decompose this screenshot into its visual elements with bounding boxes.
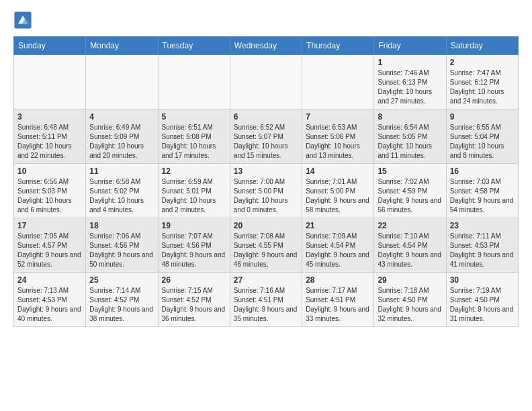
day-number: 14 (306, 167, 370, 176)
day-info: Sunrise: 6:58 AM Sunset: 5:02 PM Dayligh… (89, 177, 154, 215)
day-info: Sunrise: 6:49 AM Sunset: 5:09 PM Dayligh… (89, 123, 154, 161)
day-info: Sunrise: 6:48 AM Sunset: 5:11 PM Dayligh… (17, 123, 82, 161)
calendar-cell: 10Sunrise: 6:56 AM Sunset: 5:03 PM Dayli… (14, 164, 86, 218)
calendar-cell: 22Sunrise: 7:10 AM Sunset: 4:54 PM Dayli… (374, 218, 446, 273)
day-number: 17 (17, 221, 82, 230)
day-number: 7 (306, 112, 370, 122)
day-info: Sunrise: 7:01 AM Sunset: 5:00 PM Dayligh… (306, 177, 370, 215)
calendar-cell: 9Sunrise: 6:55 AM Sunset: 5:04 PM Daylig… (446, 109, 518, 164)
calendar-cell: 29Sunrise: 7:18 AM Sunset: 4:50 PM Dayli… (374, 273, 446, 327)
calendar-cell: 26Sunrise: 7:15 AM Sunset: 4:52 PM Dayli… (158, 273, 230, 327)
calendar-cell (86, 55, 158, 109)
day-info: Sunrise: 7:09 AM Sunset: 4:54 PM Dayligh… (306, 232, 370, 269)
calendar-cell: 21Sunrise: 7:09 AM Sunset: 4:54 PM Dayli… (302, 218, 374, 273)
week-row-4: 17Sunrise: 7:05 AM Sunset: 4:57 PM Dayli… (14, 218, 519, 273)
day-number: 8 (378, 112, 442, 122)
calendar-cell (230, 55, 302, 109)
calendar-cell: 1Sunrise: 7:46 AM Sunset: 6:13 PM Daylig… (374, 55, 446, 109)
calendar-cell: 4Sunrise: 6:49 AM Sunset: 5:09 PM Daylig… (86, 109, 158, 164)
weekday-header-saturday: Saturday (446, 37, 518, 55)
day-info: Sunrise: 7:47 AM Sunset: 6:12 PM Dayligh… (450, 68, 515, 106)
calendar-body: 1Sunrise: 7:46 AM Sunset: 6:13 PM Daylig… (14, 55, 519, 327)
calendar-cell: 3Sunrise: 6:48 AM Sunset: 5:11 PM Daylig… (14, 109, 86, 164)
day-number: 28 (306, 275, 370, 285)
calendar-cell: 7Sunrise: 6:53 AM Sunset: 5:06 PM Daylig… (302, 109, 374, 164)
day-info: Sunrise: 7:15 AM Sunset: 4:52 PM Dayligh… (162, 286, 226, 324)
calendar-cell: 30Sunrise: 7:19 AM Sunset: 4:50 PM Dayli… (446, 273, 518, 327)
calendar-cell: 13Sunrise: 7:00 AM Sunset: 5:00 PM Dayli… (230, 164, 302, 218)
calendar-cell (302, 55, 374, 109)
week-row-5: 24Sunrise: 7:13 AM Sunset: 4:53 PM Dayli… (14, 273, 519, 327)
calendar-cell: 2Sunrise: 7:47 AM Sunset: 6:12 PM Daylig… (446, 55, 518, 109)
weekday-header-friday: Friday (374, 37, 446, 55)
header (13, 11, 519, 30)
day-info: Sunrise: 7:17 AM Sunset: 4:51 PM Dayligh… (306, 286, 370, 324)
day-number: 11 (89, 167, 154, 176)
day-info: Sunrise: 7:19 AM Sunset: 4:50 PM Dayligh… (450, 286, 515, 324)
day-info: Sunrise: 7:08 AM Sunset: 4:55 PM Dayligh… (234, 232, 298, 269)
day-info: Sunrise: 7:11 AM Sunset: 4:53 PM Dayligh… (450, 232, 515, 269)
day-info: Sunrise: 7:10 AM Sunset: 4:54 PM Dayligh… (378, 232, 442, 269)
calendar-cell: 18Sunrise: 7:06 AM Sunset: 4:56 PM Dayli… (86, 218, 158, 273)
calendar-cell: 6Sunrise: 6:52 AM Sunset: 5:07 PM Daylig… (230, 109, 302, 164)
day-number: 22 (378, 221, 442, 230)
day-number: 4 (89, 112, 154, 122)
calendar-cell (14, 55, 86, 109)
day-number: 13 (234, 167, 298, 176)
weekday-header-monday: Monday (86, 37, 158, 55)
day-info: Sunrise: 6:56 AM Sunset: 5:03 PM Dayligh… (17, 177, 82, 215)
day-info: Sunrise: 7:16 AM Sunset: 4:51 PM Dayligh… (234, 286, 298, 324)
day-number: 9 (450, 112, 515, 122)
calendar-cell: 17Sunrise: 7:05 AM Sunset: 4:57 PM Dayli… (14, 218, 86, 273)
calendar-cell: 23Sunrise: 7:11 AM Sunset: 4:53 PM Dayli… (446, 218, 518, 273)
day-info: Sunrise: 6:54 AM Sunset: 5:05 PM Dayligh… (378, 123, 442, 161)
day-number: 15 (378, 167, 442, 176)
day-number: 24 (17, 275, 82, 285)
day-info: Sunrise: 7:00 AM Sunset: 5:00 PM Dayligh… (234, 177, 298, 215)
weekday-header-thursday: Thursday (302, 37, 374, 55)
calendar-cell: 12Sunrise: 6:59 AM Sunset: 5:01 PM Dayli… (158, 164, 230, 218)
calendar-cell: 25Sunrise: 7:14 AM Sunset: 4:52 PM Dayli… (86, 273, 158, 327)
day-number: 16 (450, 167, 515, 176)
weekday-header-sunday: Sunday (14, 37, 86, 55)
day-number: 27 (234, 275, 298, 285)
calendar-cell: 27Sunrise: 7:16 AM Sunset: 4:51 PM Dayli… (230, 273, 302, 327)
day-info: Sunrise: 7:02 AM Sunset: 4:59 PM Dayligh… (378, 177, 442, 215)
calendar-cell: 19Sunrise: 7:07 AM Sunset: 4:56 PM Dayli… (158, 218, 230, 273)
day-number: 21 (306, 221, 370, 230)
calendar-cell: 15Sunrise: 7:02 AM Sunset: 4:59 PM Dayli… (374, 164, 446, 218)
day-number: 2 (450, 58, 515, 67)
day-number: 10 (17, 167, 82, 176)
calendar-cell: 24Sunrise: 7:13 AM Sunset: 4:53 PM Dayli… (14, 273, 86, 327)
day-number: 29 (378, 275, 442, 285)
day-number: 23 (450, 221, 515, 230)
weekday-row: SundayMondayTuesdayWednesdayThursdayFrid… (14, 37, 519, 55)
day-number: 3 (17, 112, 82, 122)
day-number: 18 (89, 221, 154, 230)
calendar-cell: 11Sunrise: 6:58 AM Sunset: 5:02 PM Dayli… (86, 164, 158, 218)
day-info: Sunrise: 6:59 AM Sunset: 5:01 PM Dayligh… (162, 177, 226, 215)
day-number: 12 (162, 167, 226, 176)
day-info: Sunrise: 6:52 AM Sunset: 5:07 PM Dayligh… (234, 123, 298, 161)
weekday-header-tuesday: Tuesday (158, 37, 230, 55)
day-number: 5 (162, 112, 226, 122)
day-info: Sunrise: 7:18 AM Sunset: 4:50 PM Dayligh… (378, 286, 442, 324)
calendar-table: SundayMondayTuesdayWednesdayThursdayFrid… (13, 36, 519, 327)
logo-icon (13, 11, 32, 30)
day-info: Sunrise: 7:13 AM Sunset: 4:53 PM Dayligh… (17, 286, 82, 324)
logo (13, 11, 35, 30)
day-info: Sunrise: 7:05 AM Sunset: 4:57 PM Dayligh… (17, 232, 82, 269)
day-info: Sunrise: 7:46 AM Sunset: 6:13 PM Dayligh… (378, 68, 442, 106)
weekday-header-wednesday: Wednesday (230, 37, 302, 55)
day-number: 25 (89, 275, 154, 285)
calendar-cell: 20Sunrise: 7:08 AM Sunset: 4:55 PM Dayli… (230, 218, 302, 273)
day-number: 19 (162, 221, 226, 230)
day-number: 26 (162, 275, 226, 285)
week-row-3: 10Sunrise: 6:56 AM Sunset: 5:03 PM Dayli… (14, 164, 519, 218)
calendar-cell: 16Sunrise: 7:03 AM Sunset: 4:58 PM Dayli… (446, 164, 518, 218)
day-info: Sunrise: 7:03 AM Sunset: 4:58 PM Dayligh… (450, 177, 515, 215)
calendar-cell: 14Sunrise: 7:01 AM Sunset: 5:00 PM Dayli… (302, 164, 374, 218)
day-number: 6 (234, 112, 298, 122)
calendar-cell (158, 55, 230, 109)
day-number: 30 (450, 275, 515, 285)
